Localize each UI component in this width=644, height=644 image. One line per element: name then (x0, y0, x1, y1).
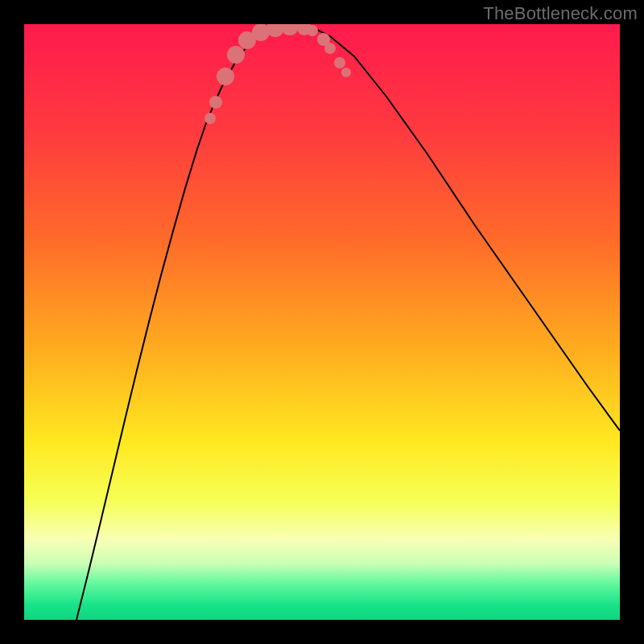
curve-marker (341, 68, 351, 77)
curve-marker (334, 57, 345, 68)
curve-marker (324, 43, 336, 54)
curve-marker (217, 68, 234, 85)
curve-marker (209, 96, 222, 109)
curve-marker (227, 46, 245, 64)
curve-marker (307, 25, 318, 36)
bottleneck-chart (24, 24, 620, 620)
heat-background (24, 24, 620, 620)
watermark-text: TheBottleneck.com (483, 3, 638, 24)
curve-marker (204, 113, 216, 124)
